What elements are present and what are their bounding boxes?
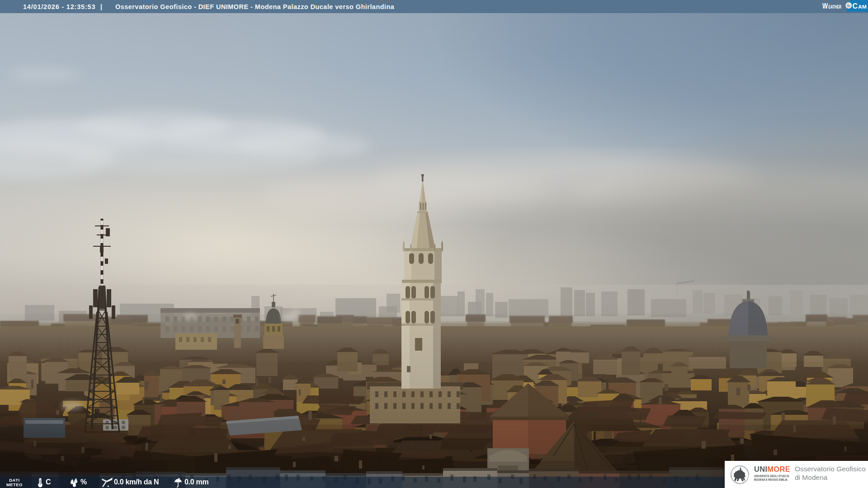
svg-text:AM: AM: [858, 4, 867, 9]
svg-text:W: W: [822, 2, 828, 10]
svg-text:C: C: [853, 2, 858, 10]
svg-text:EATHER: EATHER: [829, 4, 842, 9]
